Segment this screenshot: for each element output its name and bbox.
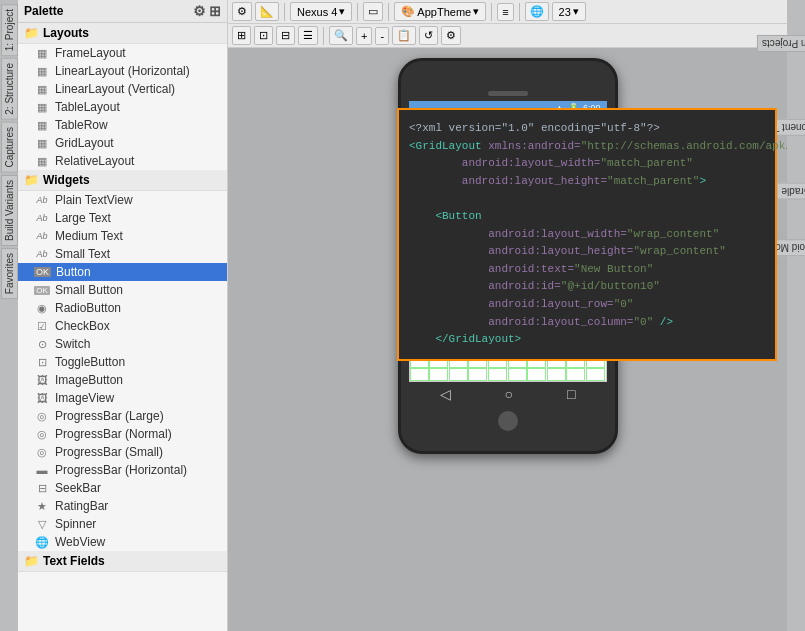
xml-val-height: "match_parent" (607, 175, 699, 187)
widgets-section-header[interactable]: 📁 Widgets (18, 170, 227, 191)
framelayout-label: FrameLayout (55, 46, 126, 60)
tablerow-icon: ▦ (34, 119, 50, 132)
item-progressbar-large[interactable]: ◎ ProgressBar (Large) (18, 407, 227, 425)
api-dropdown[interactable]: 23 ▾ (552, 2, 586, 21)
xml-popup: <?xml version="1.0" encoding="utf-8"?> <… (397, 108, 777, 361)
right-tab-gradle[interactable]: Gradle (776, 183, 805, 200)
apptheme-icon: 🎨 (401, 5, 415, 18)
item-imagebutton[interactable]: 🖼 ImageButton (18, 371, 227, 389)
design-area: ▲ 🔋 6:00 GridLay [row 0, column 0] NEW B… (228, 48, 787, 631)
item-mediumtext[interactable]: Ab Medium Text (18, 227, 227, 245)
xml-val-col: "0" (633, 316, 653, 328)
item-button[interactable]: OK Button (18, 263, 227, 281)
tablerow-label: TableRow (55, 118, 108, 132)
togglebutton-icon: ⊡ (34, 356, 50, 369)
right-tab-maven[interactable]: Maven Projects (757, 35, 805, 52)
xml-line-2: <GridLayout xmlns:android="http://schema… (409, 138, 765, 156)
layout-btn[interactable]: 📐 (255, 2, 279, 21)
palette-settings-icon[interactable]: ⚙ (193, 3, 206, 19)
item-gridlayout[interactable]: ▦ GridLayout (18, 134, 227, 152)
togglebutton-label: ToggleButton (55, 355, 125, 369)
portrait-btn[interactable]: ▭ (363, 2, 383, 21)
home-btn[interactable]: ○ (505, 386, 513, 402)
progressbar-horiz-label: ProgressBar (Horizontal) (55, 463, 187, 477)
item-smalltext[interactable]: Ab Small Text (18, 245, 227, 263)
tablelayout-label: TableLayout (55, 100, 120, 114)
xml-line-8: android:layout_height="wrap_content" (409, 243, 765, 261)
nexus-label: Nexus 4 (297, 6, 337, 18)
xml-decl: <?xml version="1.0" encoding="utf-8"?> (409, 122, 660, 134)
ratingbar-icon: ★ (34, 500, 50, 513)
item-seekbar[interactable]: ⊟ SeekBar (18, 479, 227, 497)
globe-btn[interactable]: 🌐 (525, 2, 549, 21)
xml-val-bw: "wrap_content" (627, 228, 719, 240)
switch-label: Switch (55, 337, 90, 351)
item-progressbar-normal[interactable]: ◎ ProgressBar (Normal) (18, 425, 227, 443)
nexus-dropdown[interactable]: Nexus 4 ▾ (290, 2, 352, 21)
recent-btn[interactable]: □ (567, 386, 575, 402)
tb2-copy-btn[interactable]: 📋 (392, 26, 416, 45)
toolbar2-sep-1 (323, 27, 324, 45)
item-switch[interactable]: ⊙ Switch (18, 335, 227, 353)
tb2-btn2[interactable]: ⊡ (254, 26, 273, 45)
xml-attr-row: android:layout_row= (409, 298, 614, 310)
zoom-fit-btn[interactable]: 🔍 (329, 26, 353, 45)
item-ratingbar[interactable]: ★ RatingBar (18, 497, 227, 515)
settings-btn[interactable]: ⚙ (232, 2, 252, 21)
locale-btn[interactable]: ≡ (497, 3, 513, 21)
item-tablelayout[interactable]: ▦ TableLayout (18, 98, 227, 116)
item-webview[interactable]: 🌐 WebView (18, 533, 227, 551)
webview-icon: 🌐 (34, 536, 50, 549)
left-tab-2[interactable]: 2: Structure (1, 58, 18, 120)
zoom-in-btn[interactable]: + (356, 27, 372, 45)
item-checkbox[interactable]: ☑ CheckBox (18, 317, 227, 335)
zoom-out-btn[interactable]: - (375, 27, 389, 45)
center-panel: ⚙ 📐 Nexus 4 ▾ ▭ 🎨 AppTheme ▾ ≡ 🌐 23 ▾ (228, 0, 787, 631)
tb2-btn3[interactable]: ⊟ (276, 26, 295, 45)
progressbar-horiz-icon: ▬ (34, 464, 50, 476)
plaintextview-icon: Ab (34, 195, 50, 205)
tb2-refresh-btn[interactable]: ↺ (419, 26, 438, 45)
item-tablerow[interactable]: ▦ TableRow (18, 116, 227, 134)
palette-layout-icon[interactable]: ⊞ (209, 3, 221, 19)
layouts-section-header[interactable]: 📁 Layouts (18, 23, 227, 44)
xml-attr-width: android:layout_width= (409, 157, 600, 169)
item-progressbar-small[interactable]: ◎ ProgressBar (Small) (18, 443, 227, 461)
tb2-btn1[interactable]: ⊞ (232, 26, 251, 45)
apptheme-dropdown[interactable]: 🎨 AppTheme ▾ (394, 2, 486, 21)
nexus-chevron-icon: ▾ (339, 5, 345, 18)
tb2-settings-btn[interactable]: ⚙ (441, 26, 461, 45)
item-smallbutton[interactable]: OK Small Button (18, 281, 227, 299)
xml-line-5 (409, 190, 765, 208)
webview-label: WebView (55, 535, 105, 549)
tb2-btn4[interactable]: ☰ (298, 26, 318, 45)
item-plaintextview[interactable]: Ab Plain TextView (18, 191, 227, 209)
xml-val-text: "New Button" (574, 263, 653, 275)
relativelayout-icon: ▦ (34, 155, 50, 168)
switch-icon: ⊙ (34, 338, 50, 351)
item-framelayout[interactable]: ▦ FrameLayout (18, 44, 227, 62)
textfields-section-header[interactable]: 📁 Text Fields (18, 551, 227, 572)
item-progressbar-horiz[interactable]: ▬ ProgressBar (Horizontal) (18, 461, 227, 479)
item-radiobutton[interactable]: ◉ RadioButton (18, 299, 227, 317)
toolbar-sep-4 (491, 3, 492, 21)
item-linearlayout-v[interactable]: ▦ LinearLayout (Vertical) (18, 80, 227, 98)
item-spinner[interactable]: ▽ Spinner (18, 515, 227, 533)
xml-attr-text: android:text= (409, 263, 574, 275)
apptheme-label: AppTheme (417, 6, 471, 18)
left-tab-favorites[interactable]: Favorites (1, 248, 18, 299)
item-linearlayout-h[interactable]: ▦ LinearLayout (Horizontal) (18, 62, 227, 80)
right-tabs: Maven Projects Component Tree Gradle And… (787, 0, 805, 631)
back-btn[interactable]: ◁ (440, 386, 451, 402)
item-togglebutton[interactable]: ⊡ ToggleButton (18, 353, 227, 371)
item-relativelayout[interactable]: ▦ RelativeLayout (18, 152, 227, 170)
xml-line-6: <Button (409, 208, 765, 226)
left-tab-1[interactable]: 1: Project (1, 4, 18, 56)
linearlayout-h-icon: ▦ (34, 65, 50, 78)
item-imageview[interactable]: 🖼 ImageView (18, 389, 227, 407)
grid-cell (488, 368, 507, 381)
item-largetext[interactable]: Ab Large Text (18, 209, 227, 227)
left-tab-build[interactable]: Build Variants (1, 175, 18, 246)
left-tab-captures[interactable]: Captures (1, 122, 18, 173)
xml-line-11: android:layout_row="0" (409, 296, 765, 314)
